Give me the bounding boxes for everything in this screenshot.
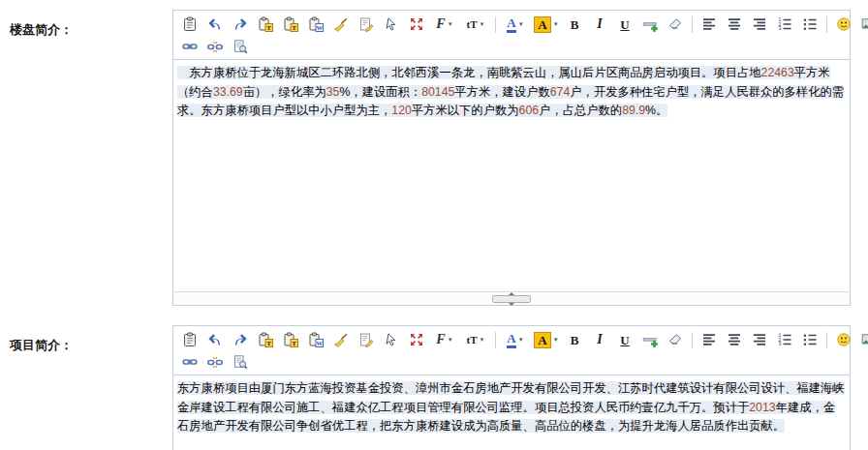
numeric-value: 674 (550, 85, 571, 99)
align-left-icon[interactable] (698, 329, 721, 350)
paste-text-icon[interactable] (254, 14, 277, 35)
numeric-value: 33.69 (213, 85, 243, 99)
format-brush-icon[interactable] (329, 14, 353, 35)
toolbar-separator (495, 332, 496, 348)
insert-hr-icon[interactable] (638, 329, 662, 350)
toolbar-separator (826, 332, 827, 348)
redo-icon[interactable] (229, 14, 252, 35)
numeric-value: 80145 (421, 85, 454, 99)
underline-icon[interactable]: U (613, 329, 636, 350)
highlight-color-icon[interactable]: A▼ (532, 329, 561, 350)
paste-word-icon[interactable] (304, 14, 327, 35)
font-size-icon[interactable]: tT▼ (461, 329, 490, 350)
link-icon[interactable] (178, 36, 202, 57)
numeric-value: 120 (391, 104, 412, 117)
numeric-value: 22463 (761, 66, 794, 79)
paste-plain-text-icon[interactable] (279, 14, 302, 35)
highlighted-text: 东方康桥位于龙海新城区二环路北侧，北邻西溪一条龙，南眺紫云山，属山后片区商品房启… (177, 66, 844, 117)
building-intro-label: 楼盘简介： (0, 10, 172, 39)
dropdown-arrow-icon: ▼ (553, 21, 559, 27)
select-icon[interactable] (380, 329, 403, 350)
dropdown-arrow-icon: ▼ (448, 21, 453, 27)
building-intro-text: 东方康桥位于龙海新城区二环路北侧，北邻西溪一条龙，南眺紫云山，属山后片区商品房启… (177, 64, 846, 121)
unlink-icon[interactable] (203, 36, 227, 57)
align-right-icon[interactable] (748, 329, 771, 350)
bold-icon[interactable]: B (563, 14, 586, 35)
align-center-icon[interactable] (723, 329, 746, 350)
text-color-icon[interactable]: A▼ (501, 329, 530, 350)
paste-icon[interactable] (178, 14, 202, 35)
toolbar-row-1: F▼tT▼A▼A▼BIU (177, 328, 846, 351)
remove-format-icon[interactable] (664, 329, 687, 350)
building-intro-textarea[interactable]: 东方康桥位于龙海新城区二环路北侧，北邻西溪一条龙，南眺紫云山，属山后片区商品房启… (173, 60, 850, 292)
numeric-value: 606 (519, 104, 540, 117)
highlight-color-icon[interactable]: A▼ (532, 14, 561, 35)
editor-toolbar: F▼tT▼A▼A▼BIU (173, 326, 850, 375)
project-intro-text: 东方康桥项目由厦门东方蓝海投资基金投资、漳州市金石房地产开发有限公司开发、江苏时… (177, 379, 846, 436)
dropdown-arrow-icon: ▼ (480, 337, 485, 343)
paste-text-icon[interactable] (254, 329, 277, 350)
project-intro-editor: F▼tT▼A▼A▼BIU 东方康桥项目由厦门东方蓝海投资基金投资、漳州市金石房地… (172, 325, 851, 450)
redo-icon[interactable] (229, 329, 252, 350)
numeric-value: 2013 (749, 401, 775, 414)
ordered-list-icon[interactable] (773, 329, 796, 350)
toolbar-row-2 (177, 351, 846, 373)
paste-icon[interactable] (178, 329, 202, 350)
toolbar-separator (692, 332, 693, 348)
unlink-icon[interactable] (203, 351, 227, 373)
italic-icon[interactable]: I (588, 14, 611, 35)
undo-icon[interactable] (203, 329, 227, 350)
dropdown-arrow-icon: ▼ (480, 21, 485, 27)
editor-toolbar: F▼tT▼A▼A▼BIU (173, 11, 850, 60)
preview-icon[interactable] (229, 351, 252, 373)
field-building-intro: 楼盘简介： F▼tT▼A▼A▼BIU 东方康桥位于龙海新城区二环路北侧，北邻西溪… (0, 10, 868, 306)
font-family-icon[interactable]: F▼ (430, 329, 459, 350)
dropdown-arrow-icon: ▼ (553, 337, 559, 343)
remove-format-icon[interactable] (664, 14, 687, 35)
edit-note-icon[interactable] (355, 329, 378, 350)
dropdown-arrow-icon: ▼ (518, 21, 524, 27)
toolbar-separator (826, 16, 827, 33)
insert-image-icon[interactable] (857, 14, 868, 35)
edit-note-icon[interactable] (355, 14, 378, 35)
align-right-icon[interactable] (748, 14, 771, 35)
font-size-icon[interactable]: tT▼ (461, 14, 490, 35)
editor-resize-bar (173, 292, 850, 305)
align-center-icon[interactable] (723, 14, 746, 35)
unordered-list-icon[interactable] (798, 14, 822, 35)
fullscreen-icon[interactable] (405, 329, 428, 350)
ordered-list-icon[interactable] (773, 14, 796, 35)
preview-icon[interactable] (229, 36, 252, 57)
format-brush-icon[interactable] (329, 329, 353, 350)
italic-icon[interactable]: I (588, 329, 611, 350)
undo-icon[interactable] (203, 14, 227, 35)
property-edit-form: 楼盘简介： F▼tT▼A▼A▼BIU 东方康桥位于龙海新城区二环路北侧，北邻西溪… (0, 0, 868, 450)
insert-image-icon[interactable] (857, 329, 868, 350)
toolbar-row-2 (177, 36, 846, 57)
toolbar-row-1: F▼tT▼A▼A▼BIU (177, 13, 846, 36)
dropdown-arrow-icon: ▼ (448, 337, 453, 343)
text-color-icon[interactable]: A▼ (501, 14, 530, 35)
bold-icon[interactable]: B (563, 329, 586, 350)
font-family-icon[interactable]: F▼ (430, 14, 459, 35)
resize-handle[interactable] (492, 295, 531, 303)
emoticon-icon[interactable] (832, 329, 855, 350)
underline-icon[interactable]: U (613, 14, 636, 35)
emoticon-icon[interactable] (832, 14, 855, 35)
unordered-list-icon[interactable] (798, 329, 822, 350)
project-intro-label: 项目简介： (0, 325, 172, 354)
paste-plain-text-icon[interactable] (279, 329, 302, 350)
project-intro-textarea[interactable]: 东方康桥项目由厦门东方蓝海投资基金投资、漳州市金石房地产开发有限公司开发、江苏时… (173, 375, 850, 450)
building-intro-editor: F▼tT▼A▼A▼BIU 东方康桥位于龙海新城区二环路北侧，北邻西溪一条龙，南眺… (172, 10, 851, 306)
numeric-value: 89.9 (622, 104, 645, 117)
toolbar-separator (495, 16, 496, 33)
highlighted-text: 东方康桥项目由厦门东方蓝海投资基金投资、漳州市金石房地产开发有限公司开发、江苏时… (177, 381, 845, 433)
paste-word-icon[interactable] (304, 329, 327, 350)
select-icon[interactable] (380, 14, 403, 35)
align-left-icon[interactable] (698, 14, 721, 35)
field-project-intro: 项目简介： F▼tT▼A▼A▼BIU 东方康桥项目由厦门东方蓝海投资基金投资、漳… (0, 325, 868, 450)
link-icon[interactable] (178, 351, 202, 373)
dropdown-arrow-icon: ▼ (518, 337, 524, 343)
fullscreen-icon[interactable] (405, 14, 428, 35)
insert-hr-icon[interactable] (638, 14, 662, 35)
